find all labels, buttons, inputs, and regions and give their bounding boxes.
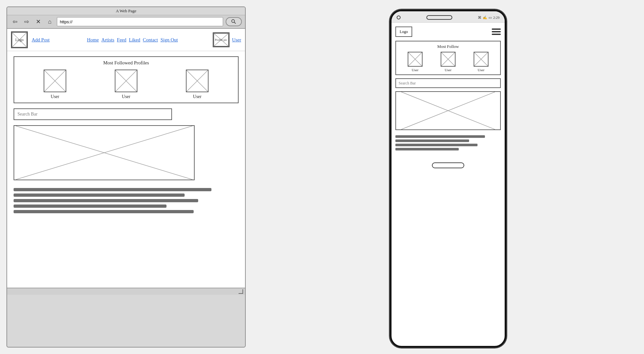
add-post-link[interactable]: Add Post [32, 37, 49, 43]
main-content: Most Followed Profiles User [7, 51, 245, 222]
list-item: User [115, 70, 137, 99]
text-line [395, 144, 478, 146]
phone-logo: Logo [395, 27, 412, 37]
text-line [14, 210, 194, 213]
profile-area: Profile pic User [213, 32, 241, 47]
hamburger-line [492, 31, 501, 32]
hamburger-line [492, 28, 501, 30]
resize-handle[interactable] [239, 289, 243, 294]
nav-links: Home Artists Feed Liked Contact Sign Out [56, 37, 209, 43]
mobile-search-input[interactable] [395, 78, 501, 88]
image-placeholder [14, 125, 195, 180]
mobile-text-content [395, 134, 501, 153]
text-line [14, 199, 198, 202]
browser-toolbar: ⇦ ⇨ ✕ ⌂ [7, 15, 245, 29]
text-line [395, 139, 469, 142]
user-label-1: User [51, 94, 59, 99]
browser-title: A Web Page [116, 8, 136, 13]
phone-home-button[interactable] [432, 162, 464, 168]
status-time: 2:29 [493, 16, 499, 19]
mobile-user-label-2: User [445, 68, 452, 72]
nav-contact[interactable]: Contact [143, 37, 158, 43]
mobile-user-row: User User [399, 52, 498, 72]
mobile-phone: ⌘ ✍ ▭ 2:29 Logo Most Follow [390, 10, 506, 348]
app-logo: Logo [11, 31, 28, 48]
browser-footer [7, 288, 245, 295]
mobile-avatar-2[interactable] [441, 52, 456, 67]
nav-liked[interactable]: Liked [129, 37, 140, 43]
forward-button[interactable]: ⇨ [22, 17, 31, 26]
text-line [14, 194, 185, 197]
close-button[interactable]: ✕ [34, 17, 43, 26]
user-avatar-2[interactable] [115, 70, 137, 92]
hamburger-menu-button[interactable] [492, 28, 501, 35]
avatar-x-icon [187, 70, 208, 92]
home-button[interactable]: ⌂ [45, 17, 54, 26]
phone-bottom [392, 157, 505, 173]
list-item: User [441, 52, 456, 72]
mobile-container: ⌘ ✍ ▭ 2:29 Logo Most Follow [259, 6, 638, 348]
mobile-image-x-icon [396, 92, 500, 129]
user-profiles-row: User User [19, 70, 233, 99]
phone-speaker-icon [426, 15, 452, 20]
hamburger-line [492, 34, 501, 35]
mobile-avatar-x-icon [441, 52, 455, 66]
profile-pic-label: Profile pic [215, 38, 227, 41]
svg-line-1 [234, 22, 236, 24]
browser-content: Logo Add Post Home Artists Feed Liked Co… [7, 29, 245, 288]
phone-nav: Logo [395, 27, 501, 37]
text-line [395, 135, 485, 138]
user-label-2: User [122, 94, 130, 99]
most-followed-title: Most Followed Profiles [19, 60, 233, 66]
phone-body: Logo Most Follow [392, 23, 505, 157]
address-bar[interactable] [57, 17, 223, 26]
mobile-avatar-1[interactable] [408, 52, 423, 67]
list-item: User [186, 70, 209, 99]
back-button[interactable]: ⇦ [10, 17, 19, 26]
most-followed-section: Most Followed Profiles User [14, 56, 239, 103]
logo-label: Logo [15, 38, 23, 42]
mobile-avatar-x-icon [408, 52, 422, 66]
search-bar-container [14, 108, 239, 120]
mobile-user-label-3: User [478, 68, 485, 72]
search-input[interactable] [14, 108, 172, 120]
browser-window: A Web Page ⇦ ⇨ ✕ ⌂ Logo Add [6, 6, 246, 348]
phone-status-bar: ⌘ ✍ ▭ 2:29 [392, 11, 505, 23]
mobile-most-followed-title: Most Follow [399, 44, 498, 49]
user-label-3: User [193, 94, 201, 99]
search-icon [231, 19, 236, 24]
search-button[interactable] [226, 17, 242, 26]
text-content [14, 187, 239, 217]
nav-home[interactable]: Home [87, 37, 99, 43]
nav-artists[interactable]: Artists [102, 37, 114, 43]
svg-point-0 [232, 20, 235, 23]
avatar-x-icon [44, 70, 66, 92]
list-item: User [474, 52, 488, 72]
nav-signout[interactable]: Sign Out [160, 37, 178, 43]
app-navbar: Logo Add Post Home Artists Feed Liked Co… [7, 29, 245, 51]
user-avatar-3[interactable] [186, 70, 209, 92]
phone-camera-icon [397, 16, 401, 19]
mobile-avatar-3[interactable] [474, 52, 488, 67]
text-line [395, 148, 459, 150]
avatar-x-icon [115, 70, 137, 92]
list-item: User [44, 70, 66, 99]
signal-icon: ✍ [483, 16, 487, 20]
text-line [14, 188, 211, 191]
mobile-image-placeholder [395, 91, 501, 130]
mobile-avatar-x-icon [474, 52, 488, 66]
nav-feed[interactable]: Feed [117, 37, 126, 43]
image-x-icon [14, 126, 194, 180]
browser-title-bar: A Web Page [7, 7, 245, 15]
user-avatar-1[interactable] [44, 70, 66, 92]
battery-icon: ▭ [488, 16, 492, 20]
list-item: User [408, 52, 423, 72]
profile-user-label[interactable]: User [232, 37, 241, 43]
profile-pic[interactable]: Profile pic [213, 32, 230, 47]
phone-status-area: ⌘ ✍ ▭ 2:29 [478, 16, 499, 20]
mobile-user-label-1: User [412, 68, 419, 72]
wifi-icon: ⌘ [478, 16, 481, 20]
mobile-most-followed-section: Most Follow User [395, 41, 501, 75]
phone-logo-label: Logo [400, 29, 408, 34]
text-line [14, 205, 166, 208]
